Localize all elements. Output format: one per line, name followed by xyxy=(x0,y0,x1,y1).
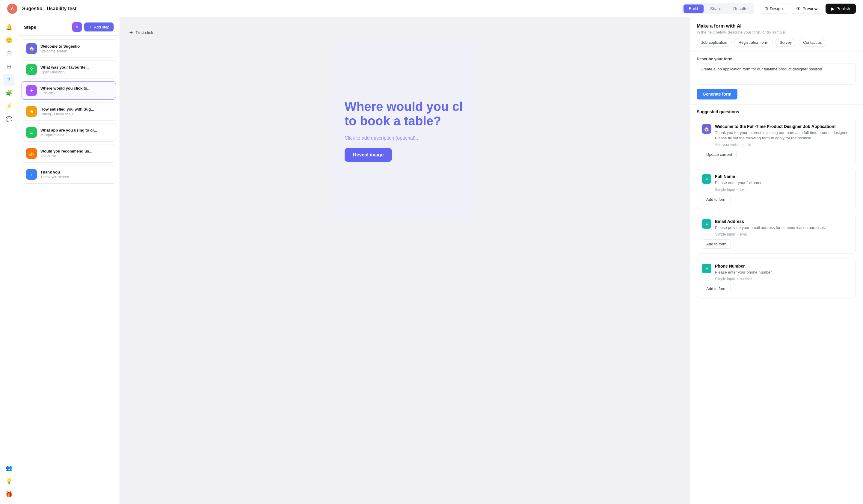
suggestion-actions-welcome: Update current xyxy=(702,150,851,159)
chip-registration-form[interactable]: Registration form xyxy=(734,38,773,47)
ai-panel: Make a form with AI In the field below, … xyxy=(689,17,863,504)
step-name-firstclick: Where would you click to... xyxy=(40,86,112,90)
design-button[interactable]: ⊞ Design xyxy=(759,4,789,14)
nav-tabs: Build Share Results xyxy=(682,3,754,14)
step-item-thankyou[interactable]: ↑ Thank you Thank you screen xyxy=(22,165,116,184)
suggestion-card-fullname: ≡ Full Name Please enter your full name.… xyxy=(697,169,856,209)
sidebar-item-puzzle[interactable]: 🧩 xyxy=(3,87,15,99)
step-item-welcome[interactable]: 🏠 Welcome to Sugestio Welcome screen xyxy=(22,39,116,58)
update-current-button[interactable]: Update current xyxy=(702,150,737,159)
canvas-card: Where would you cl to book a table? Clic… xyxy=(333,41,476,220)
suggestion-meta-phone: Simple Input number xyxy=(715,277,851,281)
tab-build[interactable]: Build xyxy=(684,4,703,13)
play-icon: ▶ xyxy=(831,6,835,11)
generate-form-button[interactable]: Generate form xyxy=(697,89,737,100)
step-info-welcome: Welcome to Sugestio Welcome screen xyxy=(40,44,112,53)
suggestion-info-phone: Phone Number Please enter your phone num… xyxy=(715,264,851,281)
sidebar-item-chat[interactable]: 💬 xyxy=(3,113,15,125)
suggestion-actions-fullname: Add to form xyxy=(702,195,851,204)
preview-button[interactable]: 👁 Preview xyxy=(791,4,823,14)
tab-share[interactable]: Share xyxy=(705,4,727,13)
chip-job-application[interactable]: Job application xyxy=(697,38,732,47)
describe-form-label: Describe your form xyxy=(697,56,856,61)
chip-survey[interactable]: Survey xyxy=(775,38,796,47)
publish-button[interactable]: ▶ Publish xyxy=(826,4,856,14)
sidebar-item-lightning[interactable]: ⚡ xyxy=(3,100,15,112)
step-info-rating: How satisfied you with Sug... Rating - L… xyxy=(40,107,112,116)
step-type-yesno: Yes or No xyxy=(40,154,112,158)
suggestion-meta-fullname: Simple Input text xyxy=(715,188,851,192)
tab-results[interactable]: Results xyxy=(728,4,753,13)
canvas-description[interactable]: Click to add description (optional)... xyxy=(345,136,420,141)
suggestion-name-email: Email Address xyxy=(715,219,851,224)
step-info-firstclick: Where would you click to... First click xyxy=(40,86,112,95)
suggestion-actions-email: Add to form xyxy=(702,239,851,249)
sidebar-item-template[interactable]: ⊞ xyxy=(3,61,15,73)
add-to-form-button-email[interactable]: Add to form xyxy=(702,239,731,249)
meta-dot-phone xyxy=(737,278,738,280)
step-item-multiple[interactable]: ≡ What app are you using to or... Multip… xyxy=(22,123,116,142)
step-name-rating: How satisfied you with Sug... xyxy=(40,107,112,112)
sidebar-item-layers[interactable]: 📋 xyxy=(3,47,15,59)
step-info-yesno: Would you recommend us... Yes or No xyxy=(40,149,112,158)
suggestion-card-welcome: 🏠 Welcome to the Full-Time Product Desig… xyxy=(697,119,856,164)
canvas-question: Where would you cl to book a table? xyxy=(345,100,464,128)
step-type-openq: Open Question xyxy=(40,70,112,74)
ai-panel-header: Make a form with AI In the field below, … xyxy=(689,17,863,52)
suggestion-header-phone: ≡ Phone Number Please enter your phone n… xyxy=(702,264,851,281)
ai-panel-title: Make a form with AI xyxy=(697,23,856,29)
step-item-firstclick[interactable]: ✦ Where would you click to... First clic… xyxy=(22,81,116,100)
suggestion-card-phone: ≡ Phone Number Please enter your phone n… xyxy=(697,259,856,299)
suggestion-desc-welcome: Thank you for your interest in joining o… xyxy=(715,130,851,141)
step-info-multiple: What app are you using to or... Multiple… xyxy=(40,128,112,137)
step-icon-yesno: 👍 xyxy=(26,148,37,159)
step-type-multiple: Multiple choice xyxy=(40,133,112,137)
avatar: A xyxy=(7,4,17,14)
suggestion-header-fullname: ≡ Full Name Please enter your full name.… xyxy=(702,174,851,191)
suggestion-header-welcome: 🏠 Welcome to the Full-Time Product Desig… xyxy=(702,124,851,147)
suggestion-name-fullname: Full Name xyxy=(715,174,851,179)
sidebar-item-bulb[interactable]: 💡 xyxy=(3,475,15,487)
step-item-openq[interactable]: ? What was your favourite... Open Questi… xyxy=(22,60,116,79)
canvas-area: ✦ First click Where would you cl to book… xyxy=(120,17,689,504)
suggestion-meta-email: Simple Input email xyxy=(715,232,851,236)
ai-chips: Job application Registration form Survey… xyxy=(697,38,856,47)
main-layout: 🔔 🙂 📋 ⊞ ? 🧩 ⚡ 💬 👥 💡 🎁 Steps ✦ ＋ Add step xyxy=(0,17,863,504)
chip-contact-us[interactable]: Contact us xyxy=(799,38,826,47)
suggestion-name-phone: Phone Number xyxy=(715,264,851,268)
suggestion-desc-email: Please provide your email address for co… xyxy=(715,225,851,230)
step-name-multiple: What app are you using to or... xyxy=(40,128,112,133)
sidebar-item-smiley[interactable]: 🙂 xyxy=(3,34,15,46)
step-type-thankyou: Thank you screen xyxy=(40,175,112,179)
ai-magic-button[interactable]: ✦ xyxy=(72,22,82,32)
describe-form-input[interactable]: Create a job application form for our fu… xyxy=(697,64,856,85)
suggestion-icon-email: ≡ xyxy=(702,219,711,229)
add-step-button[interactable]: ＋ Add step xyxy=(84,23,114,32)
step-type-welcome: Welcome screen xyxy=(40,49,112,53)
sidebar-item-users[interactable]: 👥 xyxy=(3,462,15,474)
steps-title: Steps xyxy=(24,25,36,30)
reveal-image-button[interactable]: Reveal image xyxy=(345,148,392,162)
step-info-openq: What was your favourite... Open Question xyxy=(40,65,112,74)
meta-dot-email xyxy=(737,234,738,235)
step-name-welcome: Welcome to Sugestio xyxy=(40,44,112,49)
app-title: Sugestio - Usability test xyxy=(22,6,677,11)
add-to-form-button-fullname[interactable]: Add to form xyxy=(702,195,731,204)
ai-form-section: Describe your form Create a job applicat… xyxy=(689,52,863,104)
suggestion-info-email: Email Address Please provide your email … xyxy=(715,219,851,236)
suggestion-name-welcome: Welcome to the Full-Time Product Designe… xyxy=(715,124,851,129)
topbar-actions: ⊞ Design 👁 Preview ▶ Publish xyxy=(759,4,856,14)
add-to-form-button-phone[interactable]: Add to form xyxy=(702,284,731,293)
step-item-rating[interactable]: ★ How satisfied you with Sug... Rating -… xyxy=(22,102,116,121)
sidebar-item-bell[interactable]: 🔔 xyxy=(3,21,15,33)
canvas-frame: ✦ First click Where would you cl to book… xyxy=(120,17,689,504)
ai-suggestions: Suggested questions 🏠 Welcome to the Ful… xyxy=(689,104,863,504)
suggestion-icon-phone: ≡ xyxy=(702,264,711,273)
step-item-yesno[interactable]: 👍 Would you recommend us... Yes or No xyxy=(22,144,116,163)
sidebar-item-help[interactable]: ? xyxy=(3,74,15,86)
step-name-openq: What was your favourite... xyxy=(40,65,112,70)
step-type-rating: Rating - Linear scale xyxy=(40,112,112,116)
sidebar-item-gift[interactable]: 🎁 xyxy=(3,488,15,500)
sidebar-bottom: 👥 💡 🎁 xyxy=(3,462,15,500)
sparkle-icon: ✦ xyxy=(129,29,133,36)
